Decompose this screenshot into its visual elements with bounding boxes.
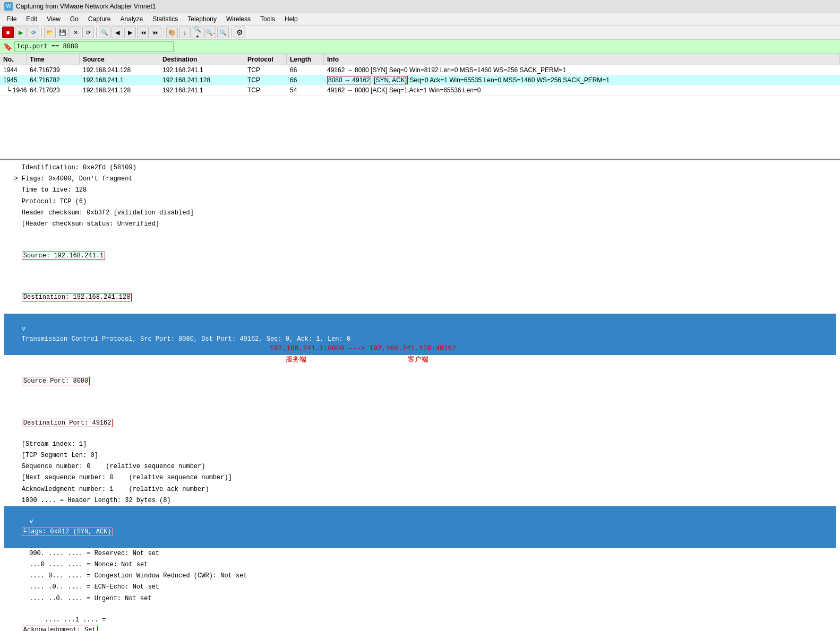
detail-ack-num[interactable]: Acknowledgment number: 1 (relative ack n… [4,484,836,495]
info-box2: [SYN, ACK] [373,76,408,84]
autoscroll-button[interactable]: ↓ [179,27,191,38]
zoom-in-button[interactable]: 🔍+ [192,27,203,38]
pkt-no: 1944 [0,65,27,75]
detail-source-ip[interactable]: Source: 192.168.241.1 [4,230,836,272]
menu-capture[interactable]: Capture [84,14,115,24]
app-icon: W [4,2,13,11]
packet-row-1946[interactable]: └ 1946 64.717023 192.168.241.128 192.168… [0,85,840,96]
info-rest: Seq=0 Ack=1 Win=65535 Len=0 MSS=1460 WS=… [409,76,610,84]
detail-ack-flag[interactable]: .... ...1 .... = Acknowledgment: Set ◀ [4,604,836,631]
menu-statistics[interactable]: Statistics [148,14,182,24]
detail-flags-ip[interactable]: > Flags: 0x4000, Don't fragment [4,174,836,185]
menu-tools[interactable]: Tools [256,14,279,24]
detail-protocol[interactable]: Protocol: TCP (6) [4,196,836,208]
detail-next-seq[interactable]: [Next sequence number: 0 (relative seque… [4,472,836,483]
ack-flag-prefix: .... ...1 .... = [22,616,110,624]
close-file-button[interactable]: ✕ [70,27,81,38]
annotation-server: 服务端 [286,354,306,365]
dest-ip-label [22,283,37,291]
separator3 [164,27,164,38]
pkt-protocol: TCP [244,75,287,85]
ack-flag-box: Acknowledgment: Set [22,626,98,631]
detail-urgent[interactable]: .... ..0. .... = Urgent: Not set [4,593,836,604]
detail-dst-port[interactable]: Destination Port: 49162 [4,397,836,439]
detail-checksum[interactable]: Header checksum: 0xb3f2 [validation disa… [4,208,836,219]
col-header-info: Info [324,54,840,65]
filter-icon: 🔖 [3,42,12,51]
separator4 [231,27,232,38]
dst-port-label [22,409,37,416]
menu-wireless[interactable]: Wireless [222,14,255,24]
restart-button[interactable]: ⟳ [28,27,39,38]
pkt-no: └ 1946 [0,85,27,95]
detail-pane: Identification: 0xe2fd (58109) > Flags: … [0,160,840,631]
pkt-destination: 192.168.241.1 [159,85,244,95]
detail-cwr[interactable]: .... 0... .... = Congestion Window Reduc… [4,571,836,582]
colorize-button[interactable]: 🎨 [166,27,178,38]
pkt-source: 192.168.241.128 [80,65,159,75]
packet-list-header: No. Time Source Destination Protocol Len… [0,54,840,65]
dst-port-box: Destination Port: 49162 [22,419,113,427]
pkt-destination: 192.168.241.128 [159,75,244,85]
menu-go[interactable]: Go [66,14,83,24]
next-button[interactable]: ▶ [124,27,136,38]
pkt-source: 192.168.241.1 [80,75,159,85]
packet-row-1944[interactable]: 1944 64.716739 192.168.241.128 192.168.2… [0,65,840,75]
zoom-out-button[interactable]: 🔍- [204,27,216,38]
menu-view[interactable]: View [42,14,65,24]
menu-edit[interactable]: Edit [22,14,41,24]
separator1 [41,27,42,38]
pkt-time: 64.717023 [27,85,80,95]
detail-checksum-status[interactable]: [Header checksum status: Unverified] [4,219,836,230]
pkt-protocol: TCP [244,65,287,75]
menu-analyze[interactable]: Analyze [116,14,148,24]
pkt-source: 192.168.241.128 [80,85,159,95]
first-button[interactable]: ⏮ [137,27,149,38]
find-button[interactable]: 🔍 [99,27,110,38]
col-header-time: Time [27,54,80,65]
start-button[interactable]: ▶ [15,27,27,38]
source-ip-label [22,241,37,249]
stop-button[interactable]: ■ [2,27,14,38]
detail-stream-idx[interactable]: [Stream index: 1] [4,439,836,450]
detail-ecn[interactable]: .... .0.. .... = ECN-Echo: Not set [4,582,836,593]
detail-identification[interactable]: Identification: 0xe2fd (58109) [4,162,836,174]
detail-ttl[interactable]: Time to live: 128 [4,185,836,196]
save-button[interactable]: 💾 [57,27,68,38]
reload-button[interactable]: ⟳ [82,27,94,38]
prev-button[interactable]: ◀ [112,27,123,38]
flags-expand-arrow[interactable]: v [22,518,37,525]
pkt-no: 1945 [0,75,27,85]
detail-dest-ip[interactable]: Destination: 192.168.241.128 [4,272,836,314]
toolbar: ■ ▶ ⟳ 📂 💾 ✕ ⟳ 🔍 ◀ ▶ ⏮ ⏭ 🎨 ↓ 🔍+ 🔍- 🔍 ⚙ [0,25,840,40]
last-button[interactable]: ⏭ [150,27,161,38]
packet-row-1945[interactable]: 1945 64.716782 192.168.241.1 192.168.241… [0,75,840,85]
col-header-destination: Destination [159,54,244,65]
pkt-info: 8080 → 49162 [SYN, ACK] Seq=0 Ack=1 Win=… [324,75,840,85]
info-box1: 8080 → 49162 [327,76,371,84]
annotation-ip-arrow: 192.168.241.1:8080 ---> 192.168.241.128:… [270,343,456,355]
packet-list-pane: No. Time Source Destination Protocol Len… [0,54,840,160]
menu-bar: File Edit View Go Capture Analyze Statis… [0,13,840,25]
tcp-expand-arrow[interactable]: v [22,325,29,333]
src-port-box: Source Port: 8080 [22,377,90,385]
col-header-source: Source [80,54,159,65]
filter-input[interactable] [14,41,174,52]
detail-seq[interactable]: Sequence number: 0 (relative sequence nu… [4,461,836,472]
settings-button[interactable]: ⚙ [234,27,245,38]
detail-nonce[interactable]: ...0 .... .... = Nonce: Not set [4,559,836,571]
window-title: Capturing from VMware Network Adapter Vm… [16,3,156,10]
menu-help[interactable]: Help [280,14,302,24]
pkt-time: 64.716782 [27,75,80,85]
menu-file[interactable]: File [2,14,21,24]
col-header-no: No. [0,54,27,65]
pkt-length: 66 [287,65,324,75]
tcp-header-text: Transmission Control Protocol, Src Port:… [22,335,350,343]
open-button[interactable]: 📂 [44,27,56,38]
detail-reserved[interactable]: 000. .... .... = Reserved: Not set [4,548,836,559]
detail-flags-tcp[interactable]: v Flags: 0x012 (SYN, ACK) [4,506,836,548]
zoom-reset-button[interactable]: 🔍 [217,27,229,38]
detail-tcp-seg[interactable]: [TCP Segment Len: 0] [4,450,836,461]
detail-hdr-len[interactable]: 1000 .... = Header Length: 32 bytes (8) [4,495,836,506]
menu-telephony[interactable]: Telephony [183,14,221,24]
